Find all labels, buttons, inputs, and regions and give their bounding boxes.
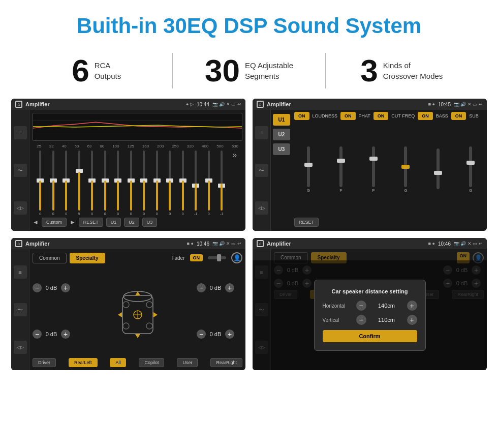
status-icons-1: 📷 🔊 ✕ ▭ ↩ bbox=[212, 102, 241, 107]
fader-area: Common Specialty Fader ON 👤 − bbox=[29, 249, 245, 370]
fader-on-badge[interactable]: ON bbox=[190, 254, 203, 261]
dialog-vertical-plus[interactable]: + bbox=[407, 315, 417, 325]
ch-slider-loudness[interactable]: G bbox=[295, 146, 322, 193]
dialog-vertical-minus[interactable]: − bbox=[356, 315, 366, 325]
fader-ch1-plus[interactable]: + bbox=[61, 283, 70, 292]
eq-next[interactable]: ► bbox=[70, 219, 76, 226]
eq-slider-5[interactable]: 0 bbox=[100, 151, 111, 216]
ch-u2[interactable]: U2 bbox=[273, 129, 290, 140]
tab-common[interactable]: Common bbox=[33, 253, 67, 263]
ch-bass-on[interactable]: ON bbox=[418, 112, 433, 120]
btn-user[interactable]: User bbox=[177, 358, 198, 367]
ch-slider-cutfreq-2[interactable]: G bbox=[392, 146, 419, 193]
feature-number-rca: 6 bbox=[72, 55, 89, 86]
dialog-vertical-label: Vertical bbox=[323, 317, 353, 323]
ch-u1[interactable]: U1 bbox=[273, 114, 290, 126]
dialog-horizontal-label: Horizontal bbox=[323, 303, 353, 309]
svg-marker-15 bbox=[153, 312, 158, 317]
eq-slider-4[interactable]: 0 bbox=[86, 151, 98, 216]
eq-slider-7[interactable]: 0 bbox=[126, 151, 137, 216]
wave-btn[interactable]: 〜 bbox=[14, 164, 27, 177]
eq-btn-3[interactable]: ≡ bbox=[14, 265, 27, 279]
screen-content-2: ≡ 〜 ◁▷ U1 U2 U3 ON LOUDNESS ON PHAT ON bbox=[253, 110, 487, 231]
fader-ch3-plus[interactable]: + bbox=[225, 283, 234, 292]
time-3: 10:46 bbox=[197, 241, 209, 247]
eq-reset[interactable]: RESET bbox=[79, 218, 103, 227]
feature-number-eq: 30 bbox=[205, 55, 240, 86]
eq-u2[interactable]: U2 bbox=[124, 218, 139, 227]
eq-slider-12[interactable]: -1 bbox=[190, 151, 202, 216]
fader-ch1-minus[interactable]: − bbox=[33, 283, 42, 292]
tab-specialty[interactable]: Specialty bbox=[70, 253, 105, 263]
ch-cutfreq-on[interactable]: ON bbox=[374, 112, 389, 120]
ch-slider-bass[interactable] bbox=[425, 148, 451, 190]
fader-ch3-minus[interactable]: − bbox=[197, 283, 206, 292]
eq-slider-3[interactable]: 5 bbox=[74, 151, 85, 216]
btn-copilot[interactable]: Copilot bbox=[139, 358, 164, 367]
ch-u3[interactable]: U3 bbox=[273, 143, 290, 155]
eq-slider-1[interactable]: 0 bbox=[48, 151, 59, 216]
eq-u3[interactable]: U3 bbox=[142, 218, 158, 227]
eq-slider-13[interactable]: 0 bbox=[203, 151, 215, 216]
ch-sub-on[interactable]: ON bbox=[451, 112, 466, 120]
fader-left-controls: − 0 dB + − 0 dB + bbox=[33, 266, 78, 355]
ch-slider-sub[interactable]: G bbox=[457, 146, 484, 193]
features-row: 6 RCA Outputs 30 EQ Adjustable Segments … bbox=[0, 47, 498, 99]
btn-driver[interactable]: Driver bbox=[33, 358, 56, 367]
fader-ch4-plus[interactable]: + bbox=[225, 330, 234, 339]
ch-loudness-on[interactable]: ON bbox=[294, 112, 309, 120]
dialog-horizontal-minus[interactable]: − bbox=[356, 301, 366, 311]
fader-ch2-plus[interactable]: + bbox=[61, 330, 70, 339]
feature-text-crossover: Kinds of Crossover Modes bbox=[383, 55, 443, 81]
eq-slider-6[interactable]: 0 bbox=[112, 151, 124, 216]
eq-slider-14[interactable]: -1 bbox=[216, 151, 228, 216]
svg-point-8 bbox=[146, 323, 152, 329]
side-controls-3: ≡ 〜 ◁▷ bbox=[11, 249, 29, 370]
eq-btn[interactable]: ≡ bbox=[14, 126, 27, 139]
vol-btn-2[interactable]: ◁▷ bbox=[255, 201, 268, 215]
home-icon-2[interactable]: ⌂ bbox=[257, 101, 264, 108]
eq-slider-2[interactable]: 0 bbox=[60, 151, 72, 216]
vol-btn-3[interactable]: ◁▷ bbox=[14, 341, 27, 354]
dialog-confirm-button[interactable]: Confirm bbox=[323, 330, 417, 342]
page-header: Buith-in 30EQ DSP Sound System bbox=[0, 0, 498, 47]
ch-slider-phat[interactable]: F bbox=[328, 146, 354, 193]
app-title-3: Amplifier bbox=[25, 241, 184, 247]
eq-u1[interactable]: U1 bbox=[106, 218, 121, 227]
eq-btn-2[interactable]: ≡ bbox=[255, 126, 268, 139]
eq-prev[interactable]: ◄ bbox=[33, 219, 39, 226]
eq-slider-0[interactable]: 0 bbox=[35, 151, 46, 216]
vol-btn[interactable]: ◁▷ bbox=[14, 201, 27, 215]
ch-slider-cutfreq-1[interactable]: F bbox=[360, 146, 387, 193]
fader-ch4-minus[interactable]: − bbox=[197, 330, 206, 339]
ch-loudness-label: LOUDNESS bbox=[313, 112, 338, 120]
wave-btn-3[interactable]: 〜 bbox=[14, 303, 27, 316]
ch-reset-btn[interactable]: RESET bbox=[294, 218, 319, 227]
btn-all[interactable]: All bbox=[110, 358, 126, 367]
eq-custom[interactable]: Custom bbox=[42, 218, 67, 227]
eq-slider-8[interactable]: 0 bbox=[138, 151, 150, 216]
status-bar-2: ⌂ Amplifier ■ ● 10:45 📷 🔊 ✕ ▭ ↩ bbox=[253, 99, 487, 110]
eq-slider-11[interactable]: 0 bbox=[177, 151, 189, 216]
ch-phat-on[interactable]: ON bbox=[340, 112, 356, 120]
btn-rearleft[interactable]: RearLeft bbox=[69, 358, 98, 367]
eq-forward-btn[interactable]: » bbox=[229, 151, 241, 216]
eq-slider-9[interactable]: 0 bbox=[151, 151, 163, 216]
screen-content-1: ≡ 〜 ◁▷ 253240506380100125160200250320400… bbox=[11, 110, 245, 231]
btn-rearright[interactable]: RearRight bbox=[210, 358, 242, 367]
eq-slider-10[interactable]: 0 bbox=[164, 151, 176, 216]
fader-main: − 0 dB + − 0 dB + bbox=[33, 266, 242, 355]
feature-text-eq: EQ Adjustable Segments bbox=[245, 55, 293, 81]
feature-text-rca: RCA Outputs bbox=[95, 55, 121, 81]
home-icon-3[interactable]: ⌂ bbox=[15, 240, 22, 247]
home-icon-4[interactable]: ⌂ bbox=[257, 240, 264, 247]
ch-header-row: ON LOUDNESS ON PHAT ON CUT FREQ ON BASS … bbox=[294, 112, 485, 120]
eq-bottom-bar: ◄ Custom ► RESET U1 U2 U3 bbox=[33, 216, 242, 228]
fader-h-slider[interactable] bbox=[208, 256, 226, 259]
home-icon-1[interactable]: ⌂ bbox=[15, 101, 22, 108]
fader-ch2-minus[interactable]: − bbox=[33, 330, 42, 339]
fader-tabs: Common Specialty bbox=[33, 253, 105, 263]
dialog-horizontal-plus[interactable]: + bbox=[407, 301, 417, 311]
fader-ch4: − 0 dB + bbox=[197, 330, 242, 339]
wave-btn-2[interactable]: 〜 bbox=[255, 164, 268, 177]
